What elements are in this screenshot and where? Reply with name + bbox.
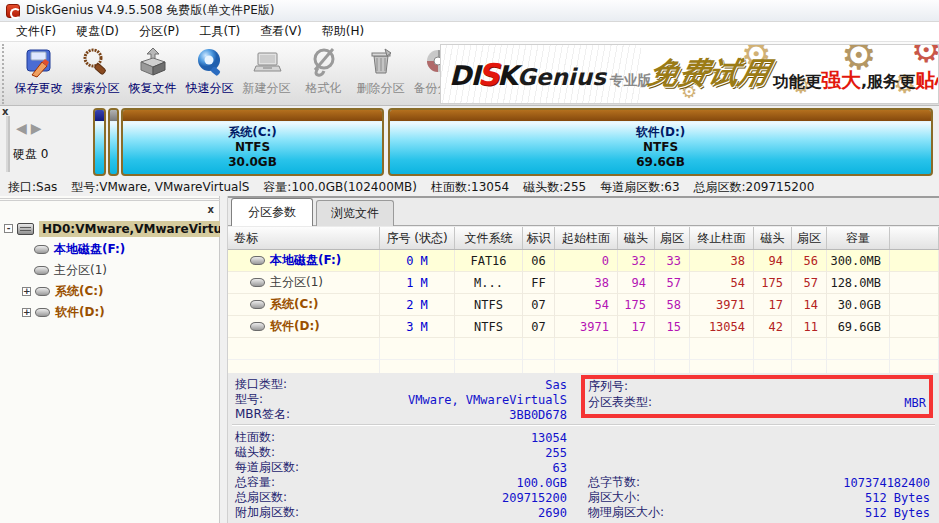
- seq-cell: 0 M: [380, 250, 455, 272]
- disk-info-interface: 接口:Sas: [8, 179, 57, 196]
- save-icon: [22, 45, 56, 79]
- column-header[interactable]: 磁头: [754, 227, 792, 249]
- column-header[interactable]: 标识: [523, 227, 555, 249]
- table-row-system-c[interactable]: 系统(C:) 2 M NTFS 07 54 175 58 3971 17 14 …: [228, 294, 939, 316]
- id-cell: 07: [523, 316, 555, 338]
- partition-block-c[interactable]: 系统(C:) NTFS 30.0GB: [121, 108, 384, 176]
- column-header[interactable]: 磁头: [618, 227, 655, 249]
- tree-item-label: 本地磁盘(F:): [54, 241, 125, 258]
- end-head-cell: 94: [754, 250, 792, 272]
- column-header[interactable]: 扇区: [792, 227, 827, 249]
- column-header[interactable]: 终止柱面: [690, 227, 754, 249]
- partition-block-d[interactable]: 软件(D:) NTFS 69.6GB: [388, 108, 933, 176]
- tree-item-local-disk-f[interactable]: 本地磁盘(F:): [0, 239, 220, 260]
- save-changes-button[interactable]: 保存更改: [10, 42, 67, 104]
- search-partition-label: 搜索分区: [72, 80, 120, 97]
- tagline-part: 贴心: [915, 68, 939, 92]
- table-row-primary-partition[interactable]: 主分区(1) 1 M M... FF 38 94 57 54 175 57 12…: [228, 272, 939, 294]
- id-cell: FF: [523, 272, 555, 294]
- format-button[interactable]: 格式化: [295, 42, 352, 104]
- hard-disk-icon: [17, 223, 34, 235]
- disk-icon: [250, 300, 265, 309]
- sector-size-value: 512 Bytes: [865, 491, 930, 505]
- next-disk-icon[interactable]: ▶: [31, 120, 46, 136]
- prev-disk-icon[interactable]: ◀: [16, 120, 31, 136]
- start-cyl-cell: 54: [555, 294, 618, 316]
- close-icon[interactable]: x: [208, 205, 214, 215]
- end-head-cell: 42: [754, 316, 792, 338]
- seq-cell: 2 M: [380, 294, 455, 316]
- expand-icon[interactable]: +: [22, 287, 31, 296]
- menu-partition[interactable]: 分区(P): [129, 21, 190, 42]
- disk-info-capacity: 容量:100.0GB(102400MB): [263, 179, 417, 196]
- promo-banner[interactable]: ⚙ ⚙ ⚙ ⚙ ⚙ ⚙ DISKGenius专业版 免费试用 功能更强大,服务更…: [440, 44, 939, 104]
- column-header[interactable]: 扇区: [655, 227, 690, 249]
- end-sec-cell: 11: [792, 316, 827, 338]
- disk-nav-arrows[interactable]: ◀▶: [16, 120, 46, 136]
- expand-icon[interactable]: +: [22, 308, 31, 317]
- collapse-icon[interactable]: -: [4, 224, 13, 233]
- menu-help[interactable]: 帮助(H): [312, 21, 374, 42]
- quick-partition-label: 快速分区: [186, 80, 234, 97]
- tree-item-system-c[interactable]: + 系统(C:): [0, 281, 220, 302]
- column-header[interactable]: 序号 (状态): [380, 227, 455, 249]
- column-header[interactable]: 起始柱面: [555, 227, 618, 249]
- tree-item-primary-partition[interactable]: 主分区(1): [0, 260, 220, 281]
- column-header[interactable]: 文件系统: [455, 227, 523, 249]
- column-header[interactable]: 卷标: [228, 227, 380, 249]
- end-head-cell: 17: [754, 294, 792, 316]
- volume-cell: 软件(D:): [228, 316, 380, 338]
- tree-item-hd0[interactable]: - HD0:VMware,VMwareVirtualS: [0, 218, 220, 239]
- tagline-part: 强大: [821, 68, 861, 92]
- geometry-details-section: 柱面数: 13054 磁头数: 255 每道扇区数: 63 总容量: 100.0…: [228, 427, 939, 523]
- end-sec-cell: 14: [792, 294, 827, 316]
- menu-disk[interactable]: 硬盘(D): [66, 21, 129, 42]
- disk-icon: [35, 308, 50, 317]
- menu-view[interactable]: 查看(V): [250, 21, 312, 42]
- new-partition-button[interactable]: 新建分区: [238, 42, 295, 104]
- column-header[interactable]: 容量: [827, 227, 890, 249]
- cylinders-value: 13054: [531, 431, 567, 445]
- start-head-cell: 32: [618, 250, 655, 272]
- menu-file[interactable]: 文件(F): [6, 21, 66, 42]
- tagline-part: ,服务更: [861, 72, 915, 91]
- quick-partition-button[interactable]: 快速分区: [181, 42, 238, 104]
- tree-item-software-d[interactable]: + 软件(D:): [0, 302, 220, 323]
- start-cyl-cell: 0: [555, 250, 618, 272]
- tab-bar: 分区参数 浏览文件: [228, 200, 939, 226]
- tab-partition-params[interactable]: 分区参数: [231, 198, 313, 226]
- fs-cell: NTFS: [455, 294, 523, 316]
- section-divider: [232, 424, 935, 426]
- partition-size: 30.0GB: [228, 155, 277, 170]
- partition-fs: NTFS: [235, 140, 270, 155]
- partition-cap: [390, 110, 931, 121]
- recover-files-button[interactable]: 恢复文件: [124, 42, 181, 104]
- partition-block-small-1[interactable]: [93, 108, 106, 176]
- tab-browse-files[interactable]: 浏览文件: [316, 200, 394, 226]
- partition-table: 卷标 序号 (状态) 文件系统 标识 起始柱面 磁头 扇区 终止柱面 磁头 扇区…: [228, 227, 939, 373]
- capacity-cell: 300.0MB: [827, 250, 890, 272]
- end-sec-cell: 56: [792, 250, 827, 272]
- filler-cell: [890, 250, 939, 272]
- partition-cap: [95, 110, 104, 121]
- partition-fs: NTFS: [643, 140, 678, 155]
- banner-tagline: 功能更强大,服务更贴心: [773, 67, 939, 94]
- brand-di: DI: [449, 60, 479, 91]
- search-partition-button[interactable]: 搜索分区: [67, 42, 124, 104]
- vertical-splitter[interactable]: [220, 196, 228, 523]
- table-row-software-d[interactable]: 软件(D:) 3 M NTFS 07 3971 17 15 13054 42 1…: [228, 316, 939, 338]
- disk-info-sectors-per-track: 每道扇区数:63: [600, 179, 679, 196]
- partition-name: 系统(C:): [228, 125, 277, 140]
- interface-type-value: Sas: [545, 378, 567, 392]
- menu-tools[interactable]: 工具(T): [189, 21, 250, 42]
- table-header-row: 卷标 序号 (状态) 文件系统 标识 起始柱面 磁头 扇区 终止柱面 磁头 扇区…: [228, 227, 939, 250]
- format-icon: [307, 45, 341, 79]
- partition-name: 软件(D:): [636, 125, 686, 140]
- id-cell: 06: [523, 250, 555, 272]
- table-row-local-disk-f[interactable]: 本地磁盘(F:) 0 M FAT16 06 0 32 33 38 94 56 3…: [228, 250, 939, 272]
- recover-files-label: 恢复文件: [129, 80, 177, 97]
- filler-cell: [890, 316, 939, 338]
- partition-block-small-2[interactable]: [108, 108, 119, 176]
- start-head-cell: 17: [618, 316, 655, 338]
- delete-partition-button[interactable]: 删除分区: [352, 42, 409, 104]
